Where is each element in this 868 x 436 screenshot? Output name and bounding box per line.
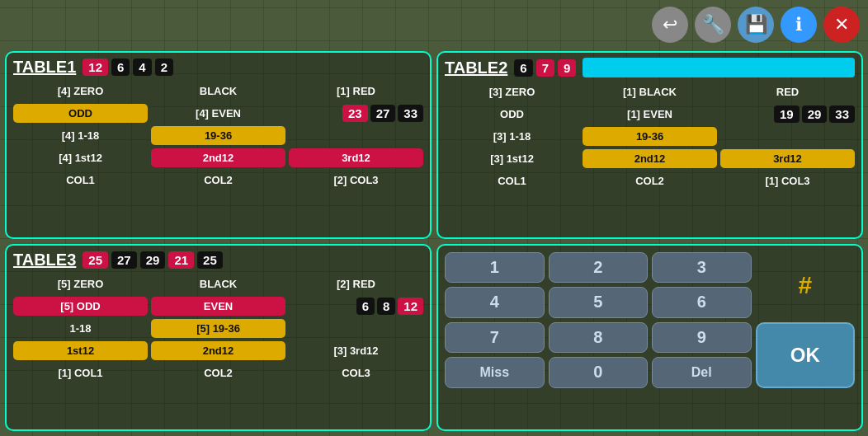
numpad-0[interactable]: 0 — [549, 357, 649, 388]
numpad-ok[interactable]: OK — [756, 322, 856, 388]
table3-panel: TABLE3 25 27 29 21 25 [5] ZERO BLACK [2]… — [5, 244, 432, 432]
numpad-8[interactable]: 8 — [549, 322, 649, 354]
save-button[interactable]: 💾 — [738, 7, 774, 43]
table2-col3[interactable]: [1] COL3 — [720, 171, 855, 190]
table1-panel: TABLE1 12 6 4 2 [4] ZERO BLACK [1] RED O… — [5, 51, 432, 239]
table2-1st12[interactable]: [3] 1st12 — [445, 149, 579, 168]
close-button[interactable]: ✕ — [823, 7, 860, 43]
table1-header: TABLE1 12 6 4 2 — [13, 58, 423, 77]
numpad-miss[interactable]: Miss — [445, 357, 545, 388]
table1-r1-c1[interactable]: [4] ZERO — [13, 82, 148, 101]
table3-2nd12[interactable]: 2nd12 — [151, 341, 285, 360]
table3-b12: 12 — [398, 298, 423, 315]
table2-row5: COL1 COL2 [1] COL3 — [445, 171, 855, 190]
table3-header: TABLE3 25 27 29 21 25 — [13, 251, 423, 270]
table3-badge-0: 25 — [83, 251, 108, 269]
table1-r1-c3[interactable]: [1] RED — [289, 82, 423, 101]
table2-col1[interactable]: COL1 — [445, 171, 579, 190]
table1-2nd12[interactable]: 2nd12 — [151, 148, 285, 167]
table1-badge-1: 6 — [111, 59, 130, 76]
table1-col1[interactable]: COL1 — [13, 171, 148, 190]
table2-r1-c2[interactable]: [1] BLACK — [583, 82, 717, 101]
table1-row2: ODD [4] EVEN 23 27 33 — [13, 104, 423, 123]
table1-b27: 27 — [370, 105, 396, 122]
table2-r1-c1[interactable]: [3] ZERO — [445, 82, 579, 101]
table1-odd[interactable]: ODD — [13, 104, 148, 123]
numpad-5[interactable]: 5 — [549, 287, 649, 318]
table3-row1: [5] ZERO BLACK [2] RED — [13, 274, 423, 293]
table1-b23: 23 — [342, 105, 368, 122]
table1-1936[interactable]: 19-36 — [151, 126, 285, 145]
table3-row4: 1st12 2nd12 [3] 3rd12 — [13, 341, 423, 360]
table2-b33: 33 — [829, 105, 855, 123]
table2-header: TABLE2 6 7 9 — [445, 58, 855, 77]
table2-badge-2: 9 — [558, 59, 576, 77]
wrench-button[interactable]: 🔧 — [695, 7, 731, 43]
table2-even[interactable]: [1] EVEN — [583, 105, 717, 124]
numpad-3[interactable]: 3 — [652, 252, 752, 284]
table2-b19: 19 — [774, 105, 800, 123]
table3-r1-c3[interactable]: [2] RED — [289, 274, 423, 293]
table2-badges: 19 29 33 — [720, 105, 855, 123]
numpad-del[interactable]: Del — [652, 357, 752, 388]
numpad-1[interactable]: 1 — [445, 252, 545, 284]
table3-1st12[interactable]: 1st12 — [13, 341, 148, 360]
table3-3rd12[interactable]: [3] 3rd12 — [289, 341, 423, 360]
table3-col1[interactable]: [1] COL1 — [13, 363, 148, 382]
table3-col2[interactable]: COL2 — [151, 363, 285, 382]
table2-badge-0: 6 — [514, 59, 532, 77]
table2-b29: 29 — [802, 105, 828, 123]
info-button[interactable]: ℹ — [781, 7, 817, 43]
toolbar: ↩ 🔧 💾 ℹ ✕ — [652, 7, 860, 43]
table3-badges: 6 8 12 — [289, 298, 423, 315]
table2-r1-c3[interactable]: RED — [720, 82, 855, 101]
table3-1936[interactable]: [5] 19-36 — [151, 319, 285, 338]
table2-title: TABLE2 — [445, 59, 507, 77]
numpad-9[interactable]: 9 — [652, 322, 752, 354]
table1-title: TABLE1 — [13, 58, 76, 77]
table2-badge-1: 7 — [536, 59, 554, 77]
table2-col2[interactable]: COL2 — [583, 171, 717, 190]
table2-row2: ODD [1] EVEN 19 29 33 — [445, 105, 855, 124]
table3-b8: 8 — [377, 298, 395, 315]
table3-title: TABLE3 — [13, 251, 76, 270]
table1-r1-c2[interactable]: BLACK — [151, 82, 285, 101]
table1-row5: COL1 COL2 [2] COL3 — [13, 171, 423, 190]
table1-col2[interactable]: COL2 — [151, 171, 285, 190]
table1-3rd12[interactable]: 3rd12 — [289, 148, 423, 167]
table2-2nd12[interactable]: 2nd12 — [583, 149, 717, 168]
table2-1936[interactable]: 19-36 — [583, 127, 717, 146]
table1-even[interactable]: [4] EVEN — [151, 104, 285, 123]
numpad-4[interactable]: 4 — [445, 287, 545, 318]
table1-col3[interactable]: [2] COL3 — [289, 171, 423, 190]
table3-badge-1: 27 — [111, 251, 137, 269]
table2-3rd12[interactable]: 3rd12 — [720, 149, 855, 168]
table1-118[interactable]: [4] 1-18 — [13, 126, 148, 145]
numpad-6[interactable]: 6 — [652, 287, 752, 318]
table3-odd[interactable]: [5] ODD — [13, 297, 148, 316]
table3-r1-c1[interactable]: [5] ZERO — [13, 274, 148, 293]
numpad-2[interactable]: 2 — [549, 252, 649, 284]
table1-1st12[interactable]: [4] 1st12 — [13, 148, 148, 167]
numpad-7[interactable]: 7 — [445, 322, 545, 354]
table2-panel: TABLE2 6 7 9 [3] ZERO [1] BLACK RED ODD … — [436, 51, 863, 239]
table3-badge-2: 29 — [140, 251, 166, 269]
table1-badge-3: 2 — [155, 59, 173, 76]
table3-badge-4: 25 — [197, 251, 223, 269]
back-button[interactable]: ↩ — [652, 7, 688, 43]
table3-even[interactable]: EVEN — [151, 297, 285, 316]
table1-badge-0: 12 — [83, 59, 108, 76]
table1-row1: [4] ZERO BLACK [1] RED — [13, 82, 423, 101]
table1-b33: 33 — [398, 105, 423, 122]
table3-row2: [5] ODD EVEN 6 8 12 — [13, 297, 423, 316]
table3-row5: [1] COL1 COL2 COL3 — [13, 363, 423, 382]
table3-r1-c2[interactable]: BLACK — [151, 274, 285, 293]
table3-b6: 6 — [356, 298, 375, 315]
table3-118[interactable]: 1-18 — [13, 319, 148, 338]
table2-odd[interactable]: ODD — [445, 105, 579, 124]
table1-badge-2: 4 — [133, 59, 151, 76]
table1-row3: [4] 1-18 19-36 — [13, 126, 423, 145]
table3-col3[interactable]: COL3 — [289, 363, 423, 382]
table2-118[interactable]: [3] 1-18 — [445, 127, 579, 146]
table1-badges: 23 27 33 — [289, 105, 423, 122]
